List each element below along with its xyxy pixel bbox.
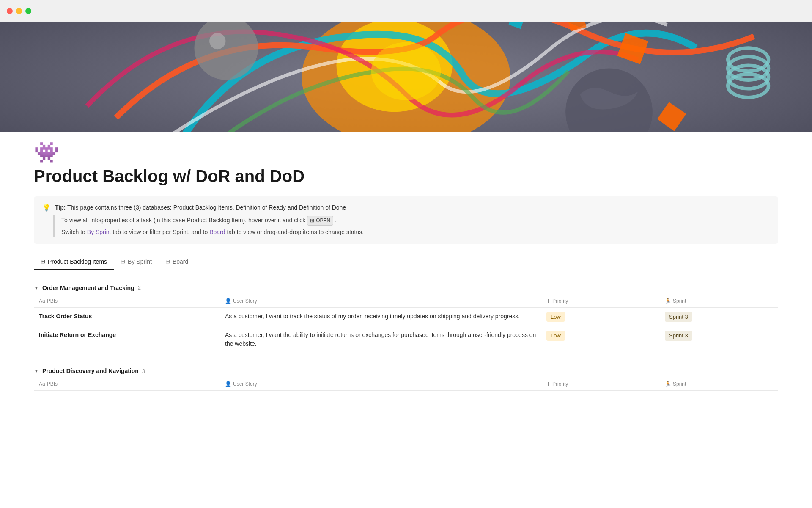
sprint-badge-1: Sprint 3 [665,312,692,322]
cell-user-story-2: As a customer, I want the ability to ini… [220,326,541,353]
cell-pbi-name-2: Initiate Return or Exchange [34,326,220,353]
tip-header: 💡 Tip: This page contains three (3) data… [42,203,770,212]
close-button[interactable] [7,8,13,14]
section-count-discovery: 3 [142,368,145,374]
section-header-order[interactable]: ▼ Order Management and Tracking 2 [34,282,778,294]
pbi-link-2[interactable]: Initiate Return or Exchange [39,331,116,338]
tip-body-line1: To view all info/properties of a task (i… [61,215,770,226]
type-icon-2: Aa [39,381,45,387]
col-header-sprint-2: 🏃 Sprint [660,378,778,391]
open-badge: ⊞ OPEN [307,216,333,226]
priority-badge-2: Low [546,331,565,341]
cell-priority-2: Low [541,326,660,353]
svg-point-4 [209,33,225,49]
content-area: ▼ Order Management and Tracking 2 Aa PBI… [34,282,778,417]
col-label-priority-2: Priority [552,381,568,387]
tab-by-sprint[interactable]: ⊟ By Sprint [114,254,159,270]
col-label-priority: Priority [552,298,568,304]
page-wrapper: 👾 Product Backlog w/ DoR and DoD 💡 Tip: … [0,22,812,508]
tip-body-post: . [335,217,337,224]
sprint-icon: 🏃 [665,298,671,304]
table-row: Track Order Status As a customer, I want… [34,307,778,326]
section-title-order: Order Management and Tracking [42,284,134,291]
col-header-pbis-2: Aa PBIs [34,378,220,391]
tab-label-board: Board [173,258,188,265]
traffic-lights [7,8,31,14]
tip-text: Tip: This page contains three (3) databa… [55,203,346,212]
col-label-sprint-2: Sprint [673,381,686,387]
board-link[interactable]: Board [209,229,225,235]
sprint-tab-icon: ⊟ [121,258,125,265]
col-label-user-story: User Story [233,298,257,304]
user-icon: 👤 [225,298,231,304]
table-icon: ⊞ [41,258,45,265]
section-collapse-arrow: ▼ [34,285,39,291]
tab-label-sprint: By Sprint [128,258,152,265]
tab-product-backlog-items[interactable]: ⊞ Product Backlog Items [34,254,114,270]
section-count-order: 2 [138,284,141,291]
sprint-badge-2: Sprint 3 [665,331,692,341]
page-icon: 👾 [34,142,812,163]
page-title: Product Backlog w/ DoR and DoD [34,166,778,186]
col-header-user-story: 👤 User Story [220,295,541,308]
tabs-container: ⊞ Product Backlog Items ⊟ By Sprint ⊟ Bo… [34,254,778,270]
sprint-icon-2: 🏃 [665,381,671,387]
hero-banner [0,22,812,132]
col-label-pbis: PBIs [47,298,58,304]
window-chrome [0,0,812,22]
svg-point-14 [371,42,441,100]
tip-body-pre: To view all info/properties of a task (i… [61,217,305,224]
type-icon: Aa [39,298,45,304]
tip-switch: Switch to [61,229,85,235]
col-header-pbis: Aa PBIs [34,295,220,308]
maximize-button[interactable] [25,8,31,14]
abstract-art [0,22,812,132]
cell-pbi-name-1: Track Order Status [34,307,220,326]
section-collapse-arrow-2: ▼ [34,368,39,374]
tip-body: To view all info/properties of a task (i… [53,215,770,237]
section-title-discovery: Product Discovery and Navigation [42,367,139,374]
col-label-sprint: Sprint [673,298,686,304]
cell-sprint-1: Sprint 3 [660,307,778,326]
table-row: Initiate Return or Exchange As a custome… [34,326,778,353]
col-header-priority-2: ⬆ Priority [541,378,660,391]
cell-sprint-2: Sprint 3 [660,326,778,353]
tip-body-line2: Switch to By Sprint tab to view or filte… [61,227,770,237]
section-product-discovery: ▼ Product Discovery and Navigation 3 Aa … [34,365,778,391]
tip-mid: tab to view or filter per Sprint, and to [112,229,208,235]
board-tab-icon: ⊟ [165,258,170,265]
cell-priority-1: Low [541,307,660,326]
section-header-discovery[interactable]: ▼ Product Discovery and Navigation 3 [34,365,778,377]
section-order-management: ▼ Order Management and Tracking 2 Aa PBI… [34,282,778,353]
pbi-link-1[interactable]: Track Order Status [39,313,92,320]
priority-icon-2: ⬆ [546,381,551,387]
tip-end: tab to view or drag-and-drop items to ch… [227,229,364,235]
priority-icon: ⬆ [546,298,551,304]
tip-box: 💡 Tip: This page contains three (3) data… [34,196,778,244]
tab-label-backlog: Product Backlog Items [48,258,107,265]
col-label-pbis-2: PBIs [47,381,58,387]
col-header-priority: ⬆ Priority [541,295,660,308]
tip-label: Tip: [55,204,66,211]
col-header-sprint: 🏃 Sprint [660,295,778,308]
tip-content: This page contains three (3) databases: … [67,204,346,211]
tip-icon: 💡 [42,204,51,212]
minimize-button[interactable] [16,8,22,14]
col-header-user-story-2: 👤 User Story [220,378,541,391]
table-header-row: Aa PBIs 👤 User Story ⬆ [34,295,778,308]
tab-board[interactable]: ⊟ Board [159,254,195,270]
cell-user-story-1: As a customer, I want to track the statu… [220,307,541,326]
order-management-table: Aa PBIs 👤 User Story ⬆ [34,295,778,353]
by-sprint-link[interactable]: By Sprint [87,229,111,235]
discovery-table: Aa PBIs 👤 User Story ⬆ [34,378,778,391]
discovery-header-row: Aa PBIs 👤 User Story ⬆ [34,378,778,391]
priority-badge-1: Low [546,312,565,322]
user-icon-2: 👤 [225,381,231,387]
col-label-user-story-2: User Story [233,381,257,387]
